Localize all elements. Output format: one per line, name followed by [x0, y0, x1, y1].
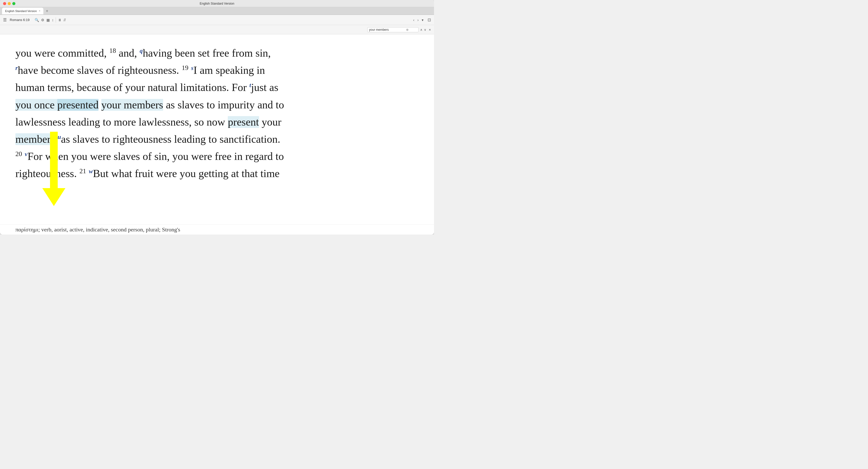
footnote-t[interactable]: t	[249, 82, 251, 89]
forward-button[interactable]: ›	[416, 18, 420, 23]
text-line-7: 20 vFor when you were slaves of sin, you…	[16, 148, 418, 165]
tooltip-text: παρίστημι; verb, aorist, active, indicat…	[16, 226, 180, 233]
minimize-button[interactable]	[8, 2, 11, 5]
title-bar: English Standard Version	[0, 0, 434, 7]
window-title: English Standard Version	[200, 2, 235, 5]
yellow-arrow-annotation	[42, 132, 65, 206]
verse-reference[interactable]: Romans 6:19	[10, 18, 30, 22]
close-button[interactable]	[3, 2, 6, 5]
search-close-button[interactable]: ×	[428, 27, 432, 32]
footnote-w[interactable]: w	[89, 168, 93, 174]
active-tab[interactable]: English Standard Version ×	[2, 8, 43, 14]
verse-number-18: 18	[109, 47, 116, 54]
search-clear-icon[interactable]: ⊗	[406, 28, 409, 32]
back-button[interactable]: ‹	[412, 18, 415, 23]
footnote-s[interactable]: s	[191, 65, 193, 71]
tab-close-icon[interactable]: ×	[39, 9, 40, 12]
text-line-2: rhave become slaves of righteousness. 19…	[16, 62, 418, 79]
highlight-your-members-1: your members	[101, 99, 163, 111]
nav-buttons: ‹ › ▾	[412, 18, 425, 23]
search-nav: ∧ ∨	[420, 27, 427, 32]
footnote-v[interactable]: v	[25, 151, 28, 157]
app-window: English Standard Version English Standar…	[0, 0, 434, 234]
arrow-head	[42, 188, 65, 206]
text-line-5: lawlessness leading to more lawlessness,…	[16, 113, 418, 131]
tab-bar: English Standard Version × +	[0, 7, 434, 15]
highlight-present: present	[228, 116, 259, 128]
search-bar: ⊗ ∧ ∨ ×	[0, 25, 434, 34]
new-tab-button[interactable]: +	[44, 8, 50, 13]
toolbar-separator	[56, 18, 56, 23]
toolbar-icons: 🔍 ⚙ ▦ ↕ ⏸ //	[35, 18, 66, 23]
traffic-lights	[3, 2, 16, 5]
search-input[interactable]	[369, 28, 405, 32]
bible-text: you were committed, 18 and, qhaving been…	[16, 44, 418, 182]
search-icon[interactable]: 🔍	[35, 18, 39, 22]
text-line-4: you once presented your members as slave…	[16, 96, 418, 113]
highlight-presented: presented	[57, 99, 98, 111]
parallel-icon[interactable]: //	[64, 18, 66, 22]
search-prev-button[interactable]: ∧	[420, 27, 423, 32]
content-area: you were committed, 18 and, qhaving been…	[0, 34, 434, 234]
maximize-button[interactable]	[12, 2, 16, 5]
verse-number-21: 21	[80, 167, 86, 175]
footnote-r[interactable]: r	[16, 65, 18, 71]
text-line-1: you were committed, 18 and, qhaving been…	[16, 44, 418, 62]
split-view-button[interactable]: ⊡	[428, 18, 431, 22]
nav-icon[interactable]: ↕	[52, 18, 54, 22]
word-tooltip: παρίστημι; verb, aorist, active, indicat…	[0, 225, 434, 234]
toolbar: ☰ Romans 6:19 🔍 ⚙ ▦ ↕ ⏸ // ‹ › ▾ ⊡	[0, 15, 434, 25]
menu-icon[interactable]: ☰	[3, 18, 7, 22]
footnote-q[interactable]: q	[140, 47, 143, 54]
text-line-6: members uas slaves to righteousness lead…	[16, 131, 418, 148]
pause-icon[interactable]: ⏸	[58, 18, 62, 22]
nav-dropdown[interactable]: ▾	[421, 18, 425, 23]
tab-label: English Standard Version	[5, 9, 37, 12]
verse-number-20: 20	[16, 150, 22, 158]
search-input-wrapper: ⊗	[367, 27, 418, 32]
view-icon[interactable]: ▦	[46, 18, 50, 22]
arrow-shaft	[50, 132, 58, 188]
text-line-8: righteousness. 21 wBut what fruit were y…	[16, 165, 418, 182]
highlight-you-once: you once presented	[16, 99, 98, 111]
text-line-3: human terms, because of your natural lim…	[16, 79, 418, 96]
search-next-button[interactable]: ∨	[424, 27, 427, 32]
settings-icon[interactable]: ⚙	[41, 18, 44, 22]
verse-number-19: 19	[182, 64, 189, 71]
